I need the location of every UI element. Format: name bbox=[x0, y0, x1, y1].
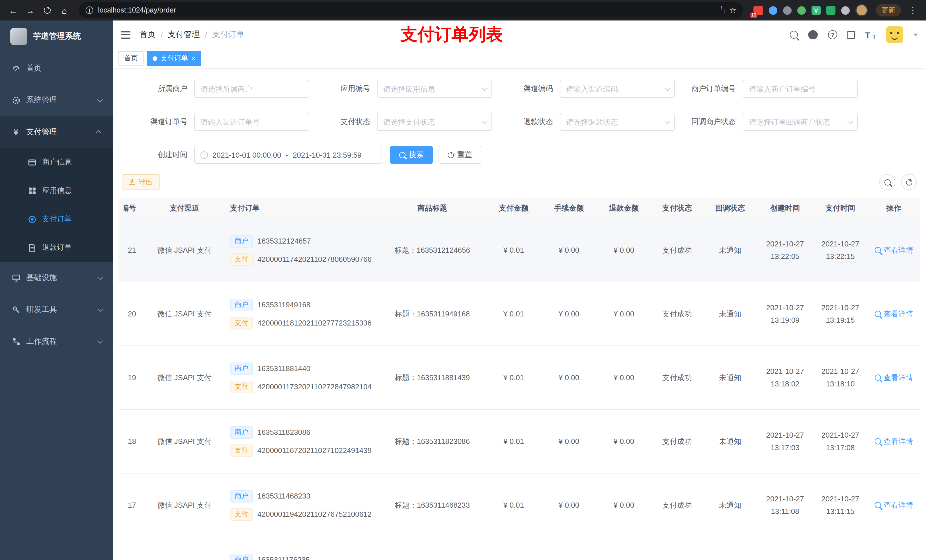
cell-pay-status: 支付成功 bbox=[651, 245, 703, 255]
merchant-input[interactable] bbox=[200, 85, 303, 93]
cell-pay-time: 2021-10-2713:18:10 bbox=[813, 365, 867, 390]
font-size-icon[interactable] bbox=[865, 30, 876, 39]
export-button[interactable]: 导出 bbox=[122, 174, 160, 190]
browser-menu-button[interactable]: ⋮ bbox=[905, 3, 920, 18]
channel-code-input[interactable] bbox=[566, 85, 661, 93]
tags-view-bar: 首页 支付订单 × bbox=[113, 49, 926, 68]
browser-profile-avatar[interactable] bbox=[855, 4, 868, 17]
extension-icon-7[interactable] bbox=[841, 6, 850, 15]
cell-pay-status: 支付成功 bbox=[651, 373, 703, 383]
sidebar-item-payment[interactable]: 支付管理 bbox=[0, 116, 113, 148]
logo-avatar bbox=[10, 28, 27, 45]
cell-pay-time: 2021-10-2713:22:15 bbox=[813, 238, 867, 263]
cell-product-title: 标题：1635311823086 bbox=[378, 436, 486, 447]
cell-fee-amount: ¥ 0.00 bbox=[541, 246, 597, 254]
chevron-up-icon bbox=[96, 130, 101, 136]
cell-product-title: 标题：1635311949168 bbox=[378, 309, 486, 319]
cell-fee-amount: ¥ 0.00 bbox=[541, 437, 597, 445]
extension-icon-2[interactable] bbox=[769, 6, 777, 15]
extension-icon-3[interactable] bbox=[783, 6, 791, 15]
merchant-tag: 商户 bbox=[230, 299, 253, 311]
view-detail-link[interactable]: 查看详情 bbox=[875, 500, 913, 510]
sidebar-item-dev-tools[interactable]: 研发工具 bbox=[0, 294, 113, 326]
search-icon bbox=[399, 152, 406, 158]
search-icon[interactable] bbox=[790, 31, 798, 39]
field-label: 退款状态 bbox=[510, 117, 560, 127]
github-icon[interactable] bbox=[808, 30, 818, 39]
sidebar-item-home[interactable]: 首页 bbox=[0, 52, 113, 84]
cell-pay-amount: ¥ 0.01 bbox=[486, 246, 541, 254]
app-select[interactable] bbox=[377, 80, 492, 98]
extension-icon-1[interactable]: 10 bbox=[754, 5, 763, 15]
merchant-order-no-input[interactable] bbox=[749, 85, 851, 93]
view-detail-link[interactable]: 查看详情 bbox=[875, 373, 913, 383]
sidebar-item-pay-order[interactable]: 支付订单 bbox=[0, 205, 113, 233]
refresh-table-button[interactable] bbox=[901, 174, 917, 190]
user-avatar[interactable] bbox=[886, 26, 903, 43]
sidebar-item-app-info[interactable]: 应用信息 bbox=[0, 177, 113, 205]
breadcrumb-pay[interactable]: 支付管理 bbox=[168, 30, 200, 40]
forward-button[interactable]: → bbox=[23, 3, 38, 18]
address-bar[interactable]: ⓘ localhost:1024/pay/order ☆ bbox=[79, 2, 743, 18]
merchant-select[interactable] bbox=[194, 80, 309, 98]
tab-pay-order[interactable]: 支付订单 × bbox=[147, 51, 201, 66]
sidebar-item-refund-order[interactable]: 退款订单 bbox=[0, 233, 113, 262]
cell-create-time: 2021-10-2713:11:08 bbox=[757, 493, 813, 517]
cell-pay-order: 商户1635311881440支付42000011732021102728479… bbox=[228, 346, 378, 409]
merchant-order-no-field[interactable] bbox=[743, 80, 858, 98]
caret-down-icon[interactable] bbox=[914, 33, 918, 36]
question-icon[interactable] bbox=[828, 30, 837, 39]
share-icon[interactable] bbox=[719, 9, 725, 14]
back-button[interactable]: ← bbox=[6, 3, 21, 18]
app-input[interactable] bbox=[383, 85, 478, 93]
channel-order-no-field[interactable] bbox=[194, 113, 309, 131]
cell-create-time: 2021-10-2713:22:05 bbox=[757, 238, 813, 263]
channel-pay-no: 4200001173202110272847982104 bbox=[257, 382, 372, 391]
pay-status-select[interactable] bbox=[377, 113, 492, 131]
yen-icon bbox=[11, 127, 21, 137]
bookmark-star-icon[interactable]: ☆ bbox=[729, 6, 736, 14]
orders-table: 编号 支付渠道 支付订单 商品标题 支付金额 手续金额 退款金额 支付状态 回调… bbox=[118, 198, 920, 560]
extension-icon-6[interactable] bbox=[826, 6, 835, 15]
chrome-update-button[interactable]: 更新 bbox=[876, 4, 901, 17]
sidebar-item-infra[interactable]: 基础设施 bbox=[0, 262, 113, 294]
site-info-icon[interactable]: ⓘ bbox=[85, 6, 94, 14]
back-icon: ← bbox=[9, 5, 17, 15]
fullscreen-icon[interactable] bbox=[847, 31, 855, 38]
sidebar-item-label: 首页 bbox=[26, 63, 42, 73]
channel-code-select[interactable] bbox=[560, 80, 675, 98]
sidebar-item-label: 退款订单 bbox=[42, 242, 72, 253]
table-row: 18微信 JSAPI 支付商户1635311823086支付4200001167… bbox=[118, 410, 920, 474]
gear-icon bbox=[11, 96, 21, 104]
cell-refund-amount: ¥ 0.00 bbox=[597, 309, 651, 318]
reset-button[interactable]: 重置 bbox=[439, 146, 481, 164]
extension-icon-4[interactable] bbox=[797, 6, 806, 15]
notify-status-input[interactable] bbox=[749, 118, 844, 126]
date-range-picker[interactable]: 2021-10-01 00:00:00 - 2021-10-31 23:59:5… bbox=[194, 146, 382, 164]
breadcrumb-home[interactable]: 首页 bbox=[139, 30, 156, 40]
hamburger-icon[interactable] bbox=[121, 31, 130, 38]
notify-status-select[interactable] bbox=[743, 113, 858, 131]
close-icon[interactable]: × bbox=[191, 54, 195, 62]
sidebar-item-system[interactable]: 系统管理 bbox=[0, 84, 113, 116]
refund-status-select[interactable] bbox=[560, 113, 675, 131]
sidebar-item-merchant-info[interactable]: 商户信息 bbox=[0, 148, 113, 177]
home-button[interactable]: ⌂ bbox=[57, 3, 72, 18]
view-detail-link[interactable]: 查看详情 bbox=[875, 436, 913, 447]
toggle-search-button[interactable] bbox=[879, 174, 895, 190]
tab-home[interactable]: 首页 bbox=[118, 51, 144, 66]
vue-devtools-icon[interactable]: V bbox=[811, 6, 821, 15]
cell-notify-status: 未通知 bbox=[703, 436, 757, 447]
refund-status-input[interactable] bbox=[566, 118, 661, 126]
view-detail-link[interactable]: 查看详情 bbox=[875, 309, 913, 319]
reload-button[interactable] bbox=[40, 3, 54, 18]
sidebar-item-workflow[interactable]: 工作流程 bbox=[0, 326, 113, 358]
search-button[interactable]: 搜索 bbox=[390, 146, 433, 164]
cell-pay-channel: 微信 JSAPI 支付 bbox=[141, 373, 228, 383]
pay-status-input[interactable] bbox=[383, 118, 478, 126]
url-text: localhost:1024/pay/order bbox=[98, 6, 176, 14]
channel-order-no-input[interactable] bbox=[200, 118, 303, 126]
active-dot bbox=[153, 56, 157, 60]
view-detail-link[interactable]: 查看详情 bbox=[875, 245, 913, 255]
table-toolbar: 导出 bbox=[118, 174, 920, 190]
